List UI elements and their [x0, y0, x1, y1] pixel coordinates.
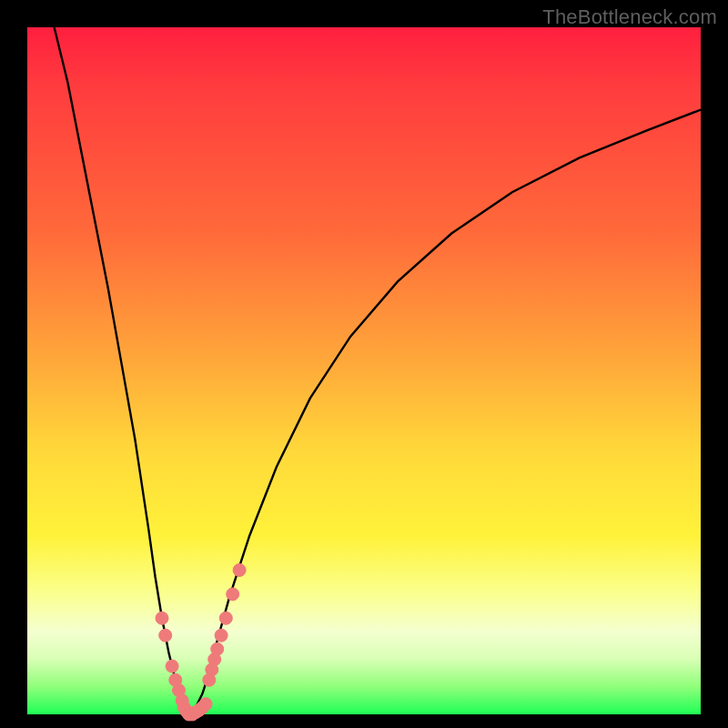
data-marker: [211, 642, 224, 655]
data-marker: [166, 660, 178, 672]
data-marker: [219, 612, 232, 624]
curve-right-branch: [189, 110, 701, 714]
curve-svg: [27, 27, 701, 714]
outer-frame: TheBottleneck.com: [0, 0, 728, 728]
plot-area: [27, 27, 701, 714]
watermark-text: TheBottleneck.com: [542, 5, 717, 29]
data-marker: [215, 629, 228, 642]
data-marker: [199, 698, 212, 711]
curve-left-branch: [55, 27, 189, 714]
data-marker: [227, 588, 239, 601]
data-marker: [233, 564, 246, 577]
data-marker: [156, 612, 168, 624]
data-marker: [159, 629, 172, 642]
